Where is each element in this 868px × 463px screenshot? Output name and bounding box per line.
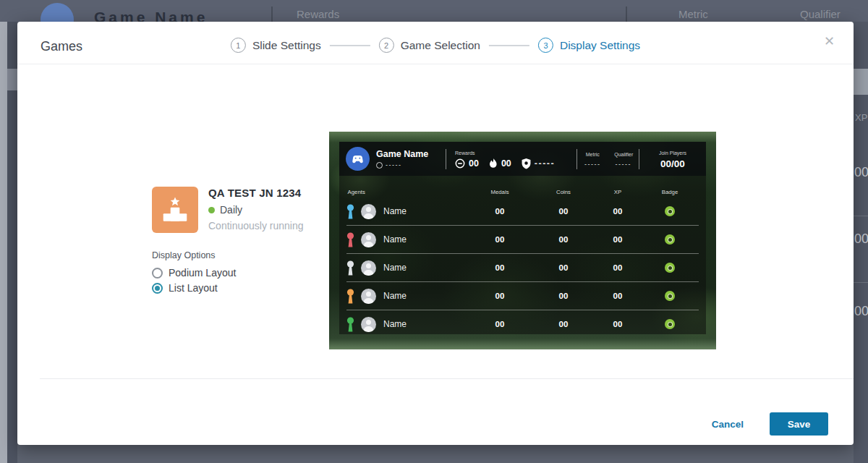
step-label: Slide Settings (252, 39, 321, 52)
radio-label: Podium Layout (169, 267, 236, 279)
preview-header-bar: Game Name ----- Rewards 00 (339, 142, 706, 176)
coins-value: 00 (532, 320, 595, 328)
header-divider (17, 64, 854, 64)
avatar (361, 289, 376, 304)
backdrop-left-strip (0, 22, 17, 463)
trophy-icon (346, 317, 354, 332)
footer-actions: Cancel Save (707, 412, 828, 436)
preview-qualifier-block: Qualifier ----- (608, 150, 639, 168)
trophy-icon (346, 289, 354, 304)
column-header: Medals (475, 189, 525, 195)
backdrop-metric-label: Metric (678, 8, 708, 20)
agent-name: Name (383, 263, 407, 273)
table-row: Name000000 (346, 281, 699, 310)
xp-value: 00 (595, 292, 641, 300)
games-modal: Games 1 Slide Settings 2 Game Selection … (17, 22, 854, 445)
step-label: Game Selection (401, 39, 480, 52)
radio-list-layout[interactable]: List Layout (152, 282, 218, 294)
step-display-settings[interactable]: 3 Display Settings (538, 38, 640, 53)
backdrop-xp-fragment: XP (855, 112, 867, 123)
radio-podium-layout[interactable]: Podium Layout (152, 267, 236, 279)
table-row: Name000000 (346, 225, 699, 253)
metric-label: Metric (582, 151, 603, 157)
qualifier-value: ----- (608, 161, 639, 168)
avatar (361, 232, 376, 247)
reward-xp-value: 00 (501, 158, 511, 169)
column-header: Agents (346, 189, 441, 195)
column-header: Badge (647, 189, 692, 195)
backdrop-divider (626, 7, 627, 22)
close-icon[interactable]: ✕ (821, 30, 838, 52)
trophy-icon (346, 204, 354, 219)
table-row: Name000000 (346, 310, 699, 338)
backdrop-right-strip: XP 00 00 00 (854, 22, 868, 463)
avatar (361, 260, 376, 276)
column-header: XP (600, 189, 636, 195)
footer-divider (40, 378, 854, 379)
step-number: 2 (379, 38, 394, 53)
medals-value: 00 (467, 263, 532, 272)
backdrop-value-fragment: 00 (854, 165, 868, 180)
layout-preview-image: Game Name ----- Rewards 00 (329, 132, 716, 349)
step-connector (489, 45, 529, 46)
agent-name: Name (383, 206, 407, 216)
reward-coins-value: 00 (469, 158, 479, 169)
column-header: Coins (539, 189, 587, 195)
badge-icon (665, 234, 675, 245)
backdrop-game-name: Game Name (94, 9, 208, 22)
cancel-button[interactable]: Cancel (707, 418, 748, 430)
medals-value: 00 (467, 207, 532, 216)
badge-icon (665, 291, 675, 301)
clock-icon (376, 162, 383, 169)
game-info: QA TEST JN 1234 Daily Continuously runni… (208, 187, 304, 232)
trophy-icon (346, 232, 354, 247)
agent-name: Name (383, 234, 407, 245)
avatar (361, 204, 376, 219)
agent-name: Name (383, 319, 407, 329)
rewards-label: Rewards (455, 150, 535, 156)
step-slide-settings[interactable]: 1 Slide Settings (231, 38, 321, 53)
table-header-row: Agents Medals Coins XP Badge (346, 176, 699, 197)
step-number: 1 (231, 38, 246, 53)
wizard-stepper: 1 Slide Settings 2 Game Selection 3 Disp… (231, 38, 640, 53)
xp-value: 00 (595, 320, 641, 328)
metric-value: ----- (577, 161, 608, 168)
gamepad-icon (346, 147, 370, 171)
medals-value: 00 (467, 292, 532, 300)
radio-label: List Layout (169, 282, 218, 294)
preview-join-block: Join Players 00/00 (639, 149, 706, 169)
modal-title: Games (41, 39, 82, 54)
badge-icon (665, 206, 675, 216)
table-row: Name000000 (346, 253, 699, 281)
save-button[interactable]: Save (770, 412, 828, 436)
backdrop-value-fragment: 00 (854, 304, 868, 319)
preview-metric-block: Metric ----- (577, 150, 608, 168)
radio-circle-icon[interactable] (152, 268, 163, 279)
trophy-icon (346, 260, 354, 276)
radio-circle-icon[interactable] (152, 283, 163, 294)
badge-icon (665, 263, 675, 273)
medals-value: 00 (467, 320, 532, 328)
game-status: Continuously running (208, 220, 304, 232)
backdrop-qualifier-label: Qualifier (800, 8, 841, 20)
coins-value: 00 (532, 292, 595, 300)
preview-leaderboard-table: Agents Medals Coins XP Badge Name000000N… (339, 176, 706, 334)
join-players-label: Join Players (650, 150, 696, 156)
reward-badge-value: ----- (535, 158, 555, 169)
backdrop-topbar: Game Name Rewards Metric Qualifier (0, 0, 868, 22)
medals-value: 00 (467, 235, 532, 244)
coin-icon (455, 158, 465, 169)
join-players-value: 00/00 (639, 158, 706, 169)
preview-game-name: Game Name (376, 149, 428, 159)
podium-star-icon (152, 187, 198, 233)
preview-game-sub: ----- (386, 161, 402, 169)
backdrop-value-fragment: 00 (854, 232, 868, 247)
preview-game-block: Game Name ----- (339, 147, 446, 171)
step-connector (330, 45, 370, 46)
coins-value: 00 (532, 263, 595, 272)
frequency-label: Daily (220, 204, 242, 216)
backdrop-rewards-label: Rewards (297, 8, 339, 20)
step-number: 3 (538, 38, 553, 53)
game-name: QA TEST JN 1234 (208, 187, 304, 199)
step-game-selection[interactable]: 2 Game Selection (379, 38, 480, 53)
